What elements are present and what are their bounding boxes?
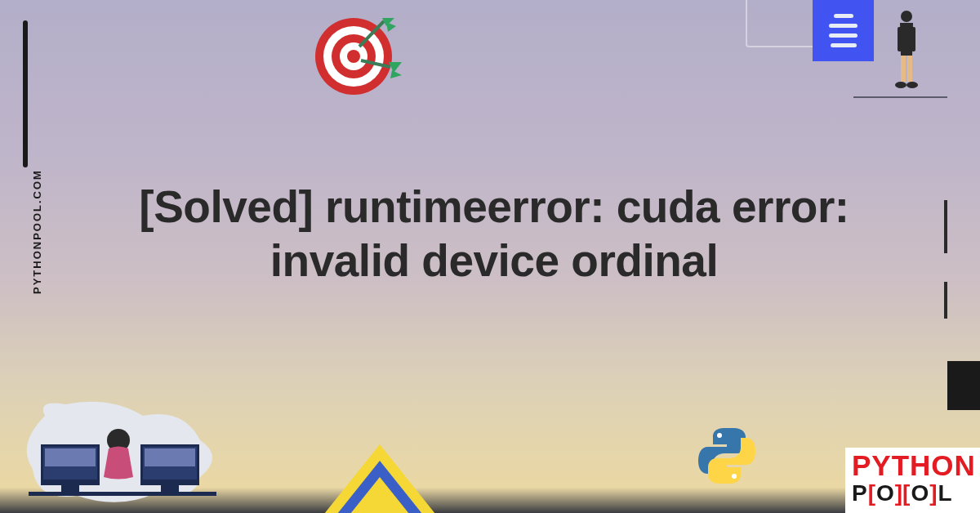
svg-point-25	[732, 474, 737, 479]
target-icon	[310, 11, 404, 109]
menu-icon[interactable]	[813, 0, 874, 61]
svg-rect-8	[898, 27, 902, 51]
person-icon	[890, 7, 923, 101]
menu-line	[829, 33, 858, 38]
decorative-box-right	[947, 361, 980, 410]
page-title: [Solved] runtimeerror: cuda error: inval…	[118, 180, 870, 288]
svg-rect-10	[901, 56, 906, 82]
decorative-bar-right	[944, 282, 947, 319]
svg-point-7	[901, 11, 912, 22]
svg-point-12	[895, 82, 906, 88]
svg-rect-9	[911, 27, 915, 51]
svg-rect-17	[61, 485, 79, 492]
platform-line	[853, 96, 947, 98]
brand-text-pool: P[O][O]L	[852, 480, 980, 506]
svg-rect-11	[907, 56, 912, 82]
svg-rect-16	[45, 448, 96, 466]
svg-rect-21	[161, 485, 179, 492]
brand-logo: PYTHON P[O][O]L	[845, 448, 980, 513]
svg-point-13	[906, 82, 918, 88]
svg-rect-20	[145, 448, 195, 466]
python-icon	[698, 426, 755, 488]
svg-point-24	[717, 433, 722, 438]
menu-line	[829, 24, 858, 28]
brand-text-python: PYTHON	[852, 449, 980, 482]
triangle-icon	[314, 444, 445, 513]
menu-line	[834, 14, 853, 18]
decorative-bar-left	[23, 20, 28, 167]
menu-line	[831, 43, 857, 47]
desk-illustration	[12, 399, 233, 513]
svg-point-4	[347, 50, 360, 63]
svg-rect-23	[29, 492, 216, 496]
decorative-bar-right	[944, 200, 947, 253]
site-url: PYTHONPOOL.COM	[31, 169, 43, 294]
